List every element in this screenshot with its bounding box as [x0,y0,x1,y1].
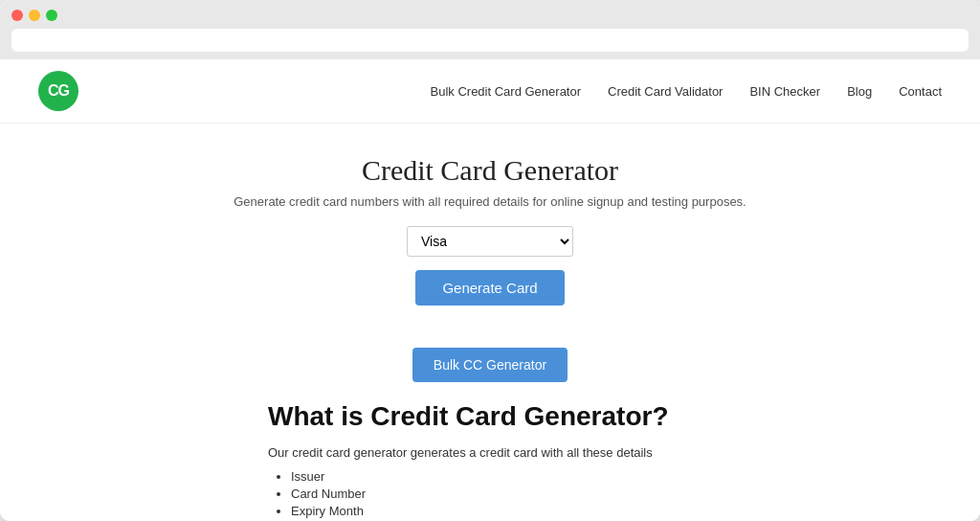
list-item: Issuer [291,469,712,484]
traffic-lights [11,10,969,21]
page-content: CG Bulk Credit Card Generator Credit Car… [0,59,980,521]
list-item: Card Number [291,487,712,501]
info-intro: Our credit card generator generates a cr… [268,445,712,460]
bulk-section: Bulk CC Generator [0,321,980,392]
page-title: Credit Card Generator [19,154,961,187]
logo: CG [38,71,78,111]
info-heading: What is Credit Card Generator? [268,401,712,432]
list-item: Expiry Month [291,504,712,518]
maximize-button[interactable] [46,10,57,21]
nav-bulk-cc-generator[interactable]: Bulk Credit Card Generator [431,84,582,99]
nav-links: Bulk Credit Card Generator Credit Card V… [431,84,942,99]
card-type-wrapper: Visa Mastercard American Express Discove… [407,226,573,257]
logo-text: CG [48,82,69,100]
card-type-select[interactable]: Visa Mastercard American Express Discove… [407,226,573,257]
nav-blog[interactable]: Blog [847,84,872,99]
navbar: CG Bulk Credit Card Generator Credit Car… [0,59,980,124]
address-bar[interactable] [11,29,969,52]
browser-window: CG Bulk Credit Card Generator Credit Car… [0,0,980,521]
nav-credit-card-validator[interactable]: Credit Card Validator [608,84,723,99]
nav-contact[interactable]: Contact [899,84,942,99]
hero-section: Credit Card Generator Generate credit ca… [0,124,980,321]
hero-subtitle: Generate credit card numbers with all re… [19,194,961,209]
close-button[interactable] [11,10,23,21]
feature-list: Issuer Card Number Expiry Month Expiry Y… [268,469,712,521]
nav-bin-checker[interactable]: BIN Checker [749,84,820,99]
minimize-button[interactable] [29,10,40,21]
bulk-cc-generator-button[interactable]: Bulk CC Generator [412,348,568,382]
generate-card-button[interactable]: Generate Card [415,270,564,306]
browser-chrome [0,0,980,59]
logo-icon: CG [38,71,78,111]
info-section: What is Credit Card Generator? Our credi… [0,392,980,521]
